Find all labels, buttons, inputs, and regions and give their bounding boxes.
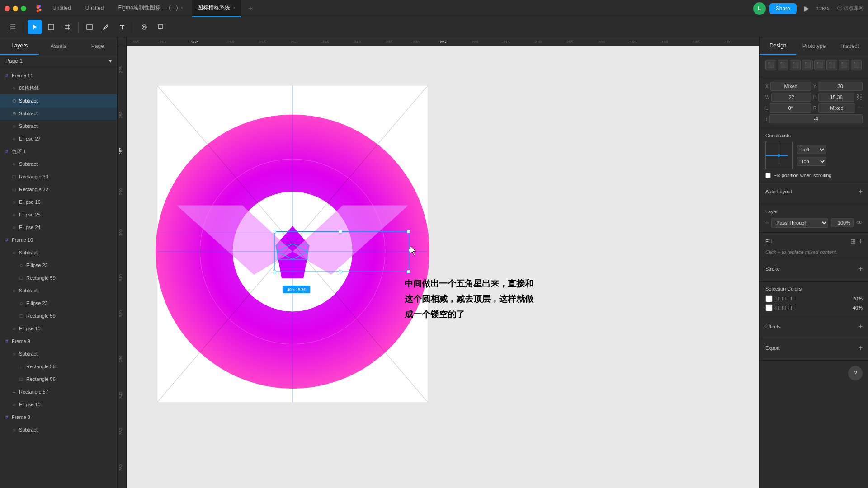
w-input[interactable]	[771, 93, 811, 102]
corner-label: R	[813, 106, 816, 111]
tab-untitled-1[interactable]: Untitled	[47, 0, 76, 17]
distribute-v-btn[interactable]: ⬛	[851, 60, 862, 70]
design-tab[interactable]: Design	[760, 37, 796, 55]
svg-text:-230: -230	[411, 40, 420, 44]
export-add-btn[interactable]: +	[859, 344, 863, 352]
text-tool[interactable]	[115, 20, 129, 34]
constraint-input[interactable]	[769, 114, 863, 123]
corner-options-icon[interactable]: ⋯	[857, 105, 863, 111]
layer-item-ellipse23b[interactable]: ○ Ellipse 23	[0, 297, 117, 310]
layer-item-coloring1[interactable]: # 色环 1	[0, 145, 117, 158]
inspect-tab[interactable]: Inspect	[832, 37, 868, 55]
layer-item-rect58[interactable]: = Rectangle 58	[0, 360, 117, 373]
help-button[interactable]: ?	[848, 366, 863, 380]
layer-item-frame8[interactable]: # Frame 8	[0, 411, 117, 423]
h-input[interactable]	[818, 93, 854, 102]
layers-tab[interactable]: Layers	[0, 37, 39, 55]
tab-active-close-icon[interactable]: ×	[233, 5, 236, 10]
layer-section: Layer ○ Pass Through Normal Multiply Scr…	[760, 204, 868, 233]
color-swatch-2[interactable]	[765, 304, 773, 311]
fix-scroll-checkbox[interactable]	[765, 173, 771, 178]
constraint-v-select[interactable]: TopBottomCenterScale	[797, 157, 826, 166]
assets-tab[interactable]: Assets	[39, 37, 78, 55]
share-button[interactable]: Share	[769, 3, 797, 14]
page-tab[interactable]: Page	[78, 37, 117, 55]
svg-text:280: 280	[118, 112, 123, 118]
layer-item-ellipse25[interactable]: ○ Ellipse 25	[0, 208, 117, 221]
tab-untitled-2[interactable]: Untitled	[80, 0, 109, 17]
layer-item-frame9[interactable]: # Frame 9	[0, 335, 117, 347]
add-tab-button[interactable]: +	[245, 5, 256, 13]
layer-item-ellipse27[interactable]: ○ Ellipse 27	[0, 132, 117, 145]
layer-item-ellipse16[interactable]: ○ Ellipse 16	[0, 196, 117, 208]
layer-item-rect56[interactable]: □ Rectangle 56	[0, 373, 117, 385]
constraint-h-select[interactable]: LeftRightCenterScale	[797, 145, 826, 154]
traffic-lights	[5, 6, 26, 11]
color-swatch-1[interactable]	[765, 295, 773, 302]
layer-item-ellipse24[interactable]: ○ Ellipse 24	[0, 221, 117, 234]
visibility-icon[interactable]: 👁	[856, 219, 863, 226]
selection-colors-label: Selection Colors	[765, 286, 802, 291]
frame-tool[interactable]	[60, 20, 75, 34]
comment-tool[interactable]	[153, 20, 168, 34]
canvas[interactable]: -315 -267 -267 -260 -255 -250 -245 -240 …	[118, 37, 760, 488]
pen-tool[interactable]	[99, 20, 113, 34]
layer-item-subtract5[interactable]: ○ Subtract	[0, 246, 117, 259]
layer-item-rect33[interactable]: □ Rectangle 33	[0, 170, 117, 183]
layer-item-subtract7[interactable]: ○ Subtract	[0, 347, 117, 360]
tab-figma-icons[interactable]: Figma绘制性图标 — (—) ×	[113, 0, 189, 17]
auto-layout-add-btn[interactable]: +	[859, 188, 863, 196]
align-right-btn[interactable]: ⬛	[790, 60, 801, 70]
maximize-button[interactable]	[21, 6, 26, 11]
prototype-tab[interactable]: Prototype	[796, 37, 832, 55]
scale-tool[interactable]	[44, 20, 58, 34]
fill-adjust-icon[interactable]: ⊞	[850, 238, 856, 245]
layer-item-rect59b[interactable]: □ Rectangle 59	[0, 310, 117, 322]
layer-item-subtract8[interactable]: ○ Subtract	[0, 423, 117, 436]
blend-mode-select[interactable]: Pass Through Normal Multiply Screen Over…	[771, 218, 828, 228]
layer-item-frame11[interactable]: # Frame 11	[0, 69, 117, 82]
layer-item-rect32[interactable]: □ Rectangle 32	[0, 183, 117, 196]
lock-ratio-icon[interactable]: ⛓	[856, 94, 863, 101]
layer-item-subtract3[interactable]: ○ Subtract	[0, 120, 117, 132]
layer-item-subtract4[interactable]: ○ Subtract	[0, 158, 117, 170]
layer-item-subtract6[interactable]: ○ Subtract	[0, 284, 117, 297]
page-selector[interactable]: Page 1 ▾	[0, 55, 117, 67]
layer-item-subtract1[interactable]: ⊖ Subtract	[0, 94, 117, 107]
svg-point-3	[143, 26, 145, 28]
layer-name: Ellipse 27	[19, 136, 113, 141]
align-center-v-btn[interactable]: ⬛	[814, 60, 825, 70]
tab-close-icon[interactable]: ×	[180, 5, 183, 10]
corner-input[interactable]	[818, 103, 855, 113]
present-button[interactable]: ▶	[800, 2, 813, 15]
hand-tool[interactable]	[137, 20, 151, 34]
align-bottom-btn[interactable]: ⬛	[826, 60, 837, 70]
canvas-content[interactable]: 40 × 15.36 中间做出一个五角星出来，直接和 这个圆相减，减去顶层，这样…	[127, 46, 760, 488]
layer-item-frame10[interactable]: # Frame 10	[0, 234, 117, 246]
layer-item-80lines[interactable]: ○ 80格格线	[0, 82, 117, 94]
x-input[interactable]	[770, 82, 811, 91]
layer-item-ellipse10a[interactable]: ○ Ellipse 10	[0, 322, 117, 335]
minimize-button[interactable]	[13, 6, 18, 11]
tab-icon-system[interactable]: 图标槽格系统 ×	[192, 0, 241, 17]
fill-add-btn[interactable]: +	[859, 237, 863, 245]
layer-item-rect57[interactable]: = Rectangle 57	[0, 385, 117, 398]
layer-item-ellipse23a[interactable]: ○ Ellipse 23	[0, 259, 117, 272]
menu-button[interactable]: ☰	[5, 20, 20, 34]
move-tool[interactable]	[28, 20, 42, 34]
shape-tool[interactable]	[82, 20, 97, 34]
align-center-h-btn[interactable]: ⬛	[778, 60, 788, 70]
layer-item-ellipse10b[interactable]: ○ Ellipse 10	[0, 398, 117, 411]
stroke-add-btn[interactable]: +	[859, 265, 863, 273]
y-input[interactable]	[818, 82, 863, 91]
align-left-btn[interactable]: ⬛	[765, 60, 776, 70]
align-top-btn[interactable]: ⬛	[802, 60, 813, 70]
layer-item-subtract2[interactable]: ⊖ Subtract	[0, 107, 117, 120]
rotation-input[interactable]	[770, 103, 811, 113]
close-button[interactable]	[5, 6, 10, 11]
effects-add-btn[interactable]: +	[859, 323, 863, 331]
svg-rect-53	[407, 270, 410, 273]
opacity-input[interactable]	[831, 218, 854, 227]
distribute-h-btn[interactable]: ⬛	[839, 60, 849, 70]
layer-item-rect59a[interactable]: □ Rectangle 59	[0, 272, 117, 284]
